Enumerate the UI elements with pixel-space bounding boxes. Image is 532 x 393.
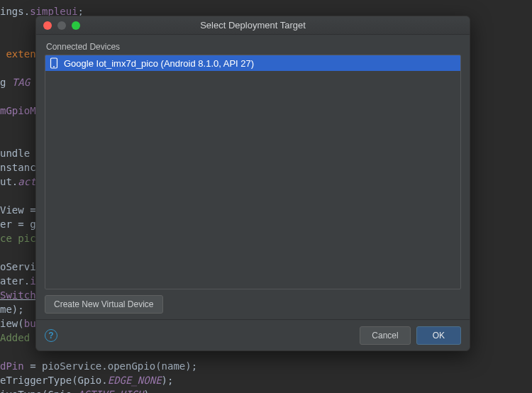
dialog-footer: ? Cancel OK	[36, 319, 470, 350]
device-list[interactable]: Google Iot_imx7d_pico (Android 8.1.0, AP…	[45, 55, 461, 289]
dialog-title: Select Deployment Target	[36, 20, 470, 31]
deployment-target-dialog: Select Deployment Target Connected Devic…	[35, 16, 470, 351]
cancel-button[interactable]: Cancel	[360, 326, 410, 345]
svg-point-1	[53, 66, 55, 67]
help-icon[interactable]: ?	[45, 329, 57, 342]
device-list-item[interactable]: Google Iot_imx7d_pico (Android 8.1.0, AP…	[45, 55, 460, 71]
device-label: Google Iot_imx7d_pico (Android 8.1.0, AP…	[64, 58, 254, 69]
create-virtual-device-button[interactable]: Create New Virtual Device	[45, 295, 163, 314]
device-icon	[50, 57, 58, 69]
connected-devices-label: Connected Devices	[45, 42, 461, 52]
ok-button[interactable]: OK	[416, 326, 461, 345]
dialog-titlebar: Select Deployment Target	[36, 16, 470, 35]
dialog-content: Connected Devices Google Iot_imx7d_pico …	[36, 35, 470, 319]
